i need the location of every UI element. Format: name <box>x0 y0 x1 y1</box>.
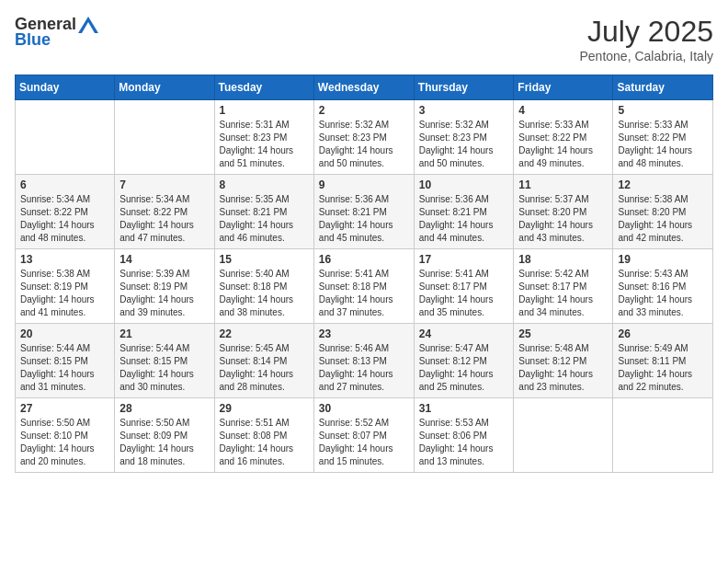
day-info: Sunrise: 5:31 AMSunset: 8:23 PMDaylight:… <box>220 120 294 168</box>
calendar-cell <box>514 398 613 473</box>
calendar-cell: 16Sunrise: 5:41 AMSunset: 8:18 PMDayligh… <box>313 249 414 324</box>
day-number: 10 <box>419 178 509 191</box>
calendar-cell: 5Sunrise: 5:33 AMSunset: 8:22 PMDaylight… <box>613 100 713 175</box>
calendar-cell <box>613 398 713 473</box>
day-number: 22 <box>220 327 309 340</box>
day-info: Sunrise: 5:48 AMSunset: 8:12 PMDaylight:… <box>518 343 593 392</box>
location-subtitle: Pentone, Calabria, Italy <box>579 49 713 63</box>
calendar-table: SundayMondayTuesdayWednesdayThursdayFrid… <box>15 75 713 473</box>
title-block: July 2025 Pentone, Calabria, Italy <box>579 15 713 63</box>
day-number: 5 <box>618 104 708 117</box>
calendar-cell: 28Sunrise: 5:50 AMSunset: 8:09 PMDayligh… <box>115 398 214 473</box>
day-number: 9 <box>319 178 409 191</box>
day-info: Sunrise: 5:53 AMSunset: 8:06 PMDaylight:… <box>419 418 494 466</box>
logo-icon <box>78 17 98 33</box>
calendar-cell: 12Sunrise: 5:38 AMSunset: 8:20 PMDayligh… <box>613 175 713 249</box>
day-number: 1 <box>220 104 309 117</box>
calendar-cell: 11Sunrise: 5:37 AMSunset: 8:20 PMDayligh… <box>514 175 613 249</box>
day-number: 6 <box>20 178 109 191</box>
day-info: Sunrise: 5:44 AMSunset: 8:15 PMDaylight:… <box>119 343 194 392</box>
day-number: 2 <box>319 104 409 117</box>
day-number: 19 <box>618 253 708 266</box>
logo: General Blue <box>15 15 98 50</box>
day-info: Sunrise: 5:43 AMSunset: 8:16 PMDaylight:… <box>618 269 692 317</box>
calendar-cell: 22Sunrise: 5:45 AMSunset: 8:14 PMDayligh… <box>214 324 313 398</box>
weekday-header: Saturday <box>613 75 713 100</box>
day-info: Sunrise: 5:45 AMSunset: 8:14 PMDaylight:… <box>220 343 294 392</box>
calendar-cell: 4Sunrise: 5:33 AMSunset: 8:22 PMDaylight… <box>514 100 613 175</box>
day-info: Sunrise: 5:46 AMSunset: 8:13 PMDaylight:… <box>319 343 393 392</box>
day-number: 3 <box>419 104 509 117</box>
day-info: Sunrise: 5:34 AMSunset: 8:22 PMDaylight:… <box>20 194 95 243</box>
day-info: Sunrise: 5:50 AMSunset: 8:09 PMDaylight:… <box>119 418 194 466</box>
day-number: 7 <box>119 178 209 191</box>
weekday-header: Thursday <box>414 75 514 100</box>
calendar-cell: 17Sunrise: 5:41 AMSunset: 8:17 PMDayligh… <box>414 249 514 324</box>
calendar-cell: 30Sunrise: 5:52 AMSunset: 8:07 PMDayligh… <box>313 398 414 473</box>
day-number: 23 <box>319 327 409 340</box>
calendar-cell: 10Sunrise: 5:36 AMSunset: 8:21 PMDayligh… <box>414 175 514 249</box>
day-number: 13 <box>20 253 109 266</box>
calendar-cell: 8Sunrise: 5:35 AMSunset: 8:21 PMDaylight… <box>214 175 313 249</box>
weekday-header-row: SundayMondayTuesdayWednesdayThursdayFrid… <box>16 75 713 100</box>
day-info: Sunrise: 5:44 AMSunset: 8:15 PMDaylight:… <box>20 343 95 392</box>
day-number: 31 <box>419 402 509 415</box>
day-number: 29 <box>220 402 309 415</box>
weekday-header: Monday <box>115 75 214 100</box>
day-number: 17 <box>419 253 509 266</box>
calendar-cell <box>115 100 214 175</box>
weekday-header: Wednesday <box>313 75 414 100</box>
day-number: 16 <box>319 253 409 266</box>
calendar-cell: 13Sunrise: 5:38 AMSunset: 8:19 PMDayligh… <box>16 249 115 324</box>
calendar-week-row: 1Sunrise: 5:31 AMSunset: 8:23 PMDaylight… <box>16 100 713 175</box>
day-info: Sunrise: 5:50 AMSunset: 8:10 PMDaylight:… <box>20 418 95 466</box>
calendar-cell: 21Sunrise: 5:44 AMSunset: 8:15 PMDayligh… <box>115 324 214 398</box>
day-number: 15 <box>220 253 309 266</box>
day-info: Sunrise: 5:36 AMSunset: 8:21 PMDaylight:… <box>419 194 494 243</box>
day-number: 12 <box>618 178 708 191</box>
logo-blue: Blue <box>15 30 51 50</box>
day-number: 20 <box>20 327 109 340</box>
day-info: Sunrise: 5:38 AMSunset: 8:19 PMDaylight:… <box>20 269 95 317</box>
calendar-cell: 15Sunrise: 5:40 AMSunset: 8:18 PMDayligh… <box>214 249 313 324</box>
day-number: 25 <box>518 327 608 340</box>
calendar-cell: 23Sunrise: 5:46 AMSunset: 8:13 PMDayligh… <box>313 324 414 398</box>
calendar-cell <box>16 100 115 175</box>
calendar-cell: 14Sunrise: 5:39 AMSunset: 8:19 PMDayligh… <box>115 249 214 324</box>
page-header: General Blue July 2025 Pentone, Calabria… <box>15 15 713 63</box>
calendar-cell: 24Sunrise: 5:47 AMSunset: 8:12 PMDayligh… <box>414 324 514 398</box>
weekday-header: Sunday <box>16 75 115 100</box>
day-number: 30 <box>319 402 409 415</box>
day-number: 28 <box>119 402 209 415</box>
day-number: 14 <box>119 253 209 266</box>
calendar-cell: 7Sunrise: 5:34 AMSunset: 8:22 PMDaylight… <box>115 175 214 249</box>
day-number: 8 <box>220 178 309 191</box>
weekday-header: Tuesday <box>214 75 313 100</box>
day-info: Sunrise: 5:32 AMSunset: 8:23 PMDaylight:… <box>419 120 494 168</box>
calendar-cell: 19Sunrise: 5:43 AMSunset: 8:16 PMDayligh… <box>613 249 713 324</box>
calendar-cell: 6Sunrise: 5:34 AMSunset: 8:22 PMDaylight… <box>16 175 115 249</box>
day-info: Sunrise: 5:34 AMSunset: 8:22 PMDaylight:… <box>119 194 194 243</box>
calendar-cell: 31Sunrise: 5:53 AMSunset: 8:06 PMDayligh… <box>414 398 514 473</box>
calendar-cell: 26Sunrise: 5:49 AMSunset: 8:11 PMDayligh… <box>613 324 713 398</box>
calendar-week-row: 20Sunrise: 5:44 AMSunset: 8:15 PMDayligh… <box>16 324 713 398</box>
day-info: Sunrise: 5:33 AMSunset: 8:22 PMDaylight:… <box>618 120 692 168</box>
day-info: Sunrise: 5:41 AMSunset: 8:18 PMDaylight:… <box>319 269 393 317</box>
day-info: Sunrise: 5:52 AMSunset: 8:07 PMDaylight:… <box>319 418 393 466</box>
day-info: Sunrise: 5:36 AMSunset: 8:21 PMDaylight:… <box>319 194 393 243</box>
calendar-cell: 27Sunrise: 5:50 AMSunset: 8:10 PMDayligh… <box>16 398 115 473</box>
calendar-cell: 9Sunrise: 5:36 AMSunset: 8:21 PMDaylight… <box>313 175 414 249</box>
calendar-cell: 2Sunrise: 5:32 AMSunset: 8:23 PMDaylight… <box>313 100 414 175</box>
day-info: Sunrise: 5:41 AMSunset: 8:17 PMDaylight:… <box>419 269 494 317</box>
calendar-cell: 25Sunrise: 5:48 AMSunset: 8:12 PMDayligh… <box>514 324 613 398</box>
day-number: 18 <box>518 253 608 266</box>
day-info: Sunrise: 5:39 AMSunset: 8:19 PMDaylight:… <box>119 269 194 317</box>
day-number: 26 <box>618 327 708 340</box>
calendar-week-row: 13Sunrise: 5:38 AMSunset: 8:19 PMDayligh… <box>16 249 713 324</box>
day-info: Sunrise: 5:33 AMSunset: 8:22 PMDaylight:… <box>518 120 593 168</box>
day-info: Sunrise: 5:47 AMSunset: 8:12 PMDaylight:… <box>419 343 494 392</box>
day-number: 27 <box>20 402 109 415</box>
calendar-cell: 3Sunrise: 5:32 AMSunset: 8:23 PMDaylight… <box>414 100 514 175</box>
day-info: Sunrise: 5:51 AMSunset: 8:08 PMDaylight:… <box>220 418 294 466</box>
month-title: July 2025 <box>579 15 713 49</box>
